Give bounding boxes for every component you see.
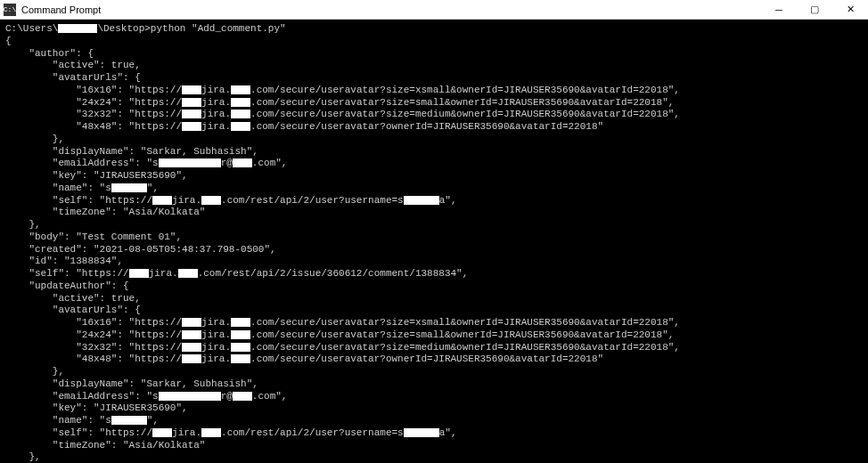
minimize-button[interactable]: ─ <box>761 0 797 19</box>
json-line: "avatarUrls": { <box>5 305 141 315</box>
window-controls: ─ ▢ ✕ <box>761 0 868 19</box>
close-button[interactable]: ✕ <box>832 0 868 19</box>
terminal-output[interactable]: C:\Users\\Desktop>python "Add_comment.py… <box>0 20 868 463</box>
json-line: "displayName": "Sarkar, Subhasish", <box>5 378 258 389</box>
json-line: }, <box>5 451 41 462</box>
json-line: "avatarUrls": { <box>5 72 141 83</box>
json-line: "48x48": "https://jira..com/secure/usera… <box>5 121 603 132</box>
json-line: "active": true, <box>5 60 141 70</box>
window-title: Command Prompt <box>21 4 761 15</box>
json-line: "32x32": "https://jira..com/secure/usera… <box>5 342 680 353</box>
json-line: "displayName": "Sarkar, Subhasish", <box>5 146 258 157</box>
prompt-line-1: C:\Users\\Desktop>python "Add_comment.py… <box>5 23 286 34</box>
json-line: "16x16": "https://jira..com/secure/usera… <box>5 85 680 95</box>
json-line: "24x24": "https://jira..com/secure/usera… <box>5 329 674 340</box>
maximize-button[interactable]: ▢ <box>797 0 832 19</box>
json-line: "32x32": "https://jira..com/secure/usera… <box>5 109 680 119</box>
json-line: "key": "JIRAUSER35690", <box>5 402 188 413</box>
json-line: "48x48": "https://jira..com/secure/usera… <box>5 353 603 364</box>
json-line: "self": "https://jira..com/rest/api/2/is… <box>5 268 468 279</box>
json-line: "body": "Test Comment 01", <box>5 232 182 242</box>
json-line: "16x16": "https://jira..com/secure/usera… <box>5 317 680 328</box>
json-line: "self": "https://jira..com/rest/api/2/us… <box>5 427 457 438</box>
json-line: "self": "https://jira..com/rest/api/2/us… <box>5 195 457 206</box>
json-line: "timeZone": "Asia/Kolkata" <box>5 440 205 451</box>
json-line: "key": "JIRAUSER35690", <box>5 170 188 181</box>
json-line: "emailAddress": "sr@.com", <box>5 391 287 402</box>
json-line: "timeZone": "Asia/Kolkata" <box>5 207 205 217</box>
command-prompt-window: C:\ Command Prompt ─ ▢ ✕ C:\Users\\Deskt… <box>0 0 868 463</box>
json-line: "id": "1388834", <box>5 256 123 266</box>
json-line: }, <box>5 219 41 230</box>
json-line: "name": "s", <box>5 415 159 426</box>
json-line: "created": "2021-08-05T05:48:37.798-0500… <box>5 244 276 255</box>
json-line: "author": { <box>5 48 94 59</box>
titlebar: C:\ Command Prompt ─ ▢ ✕ <box>0 0 868 20</box>
json-line: "24x24": "https://jira..com/secure/usera… <box>5 97 674 108</box>
redacted-user <box>58 24 97 33</box>
json-line: }, <box>5 366 64 377</box>
json-line: "updateAuthor": { <box>5 280 129 291</box>
json-line: "active": true, <box>5 293 141 304</box>
json-line: "name": "s", <box>5 183 159 193</box>
json-line: { <box>5 36 12 46</box>
cmd-icon: C:\ <box>4 4 16 16</box>
json-line: "emailAddress": "sr@.com", <box>5 158 287 168</box>
json-line: }, <box>5 134 64 144</box>
